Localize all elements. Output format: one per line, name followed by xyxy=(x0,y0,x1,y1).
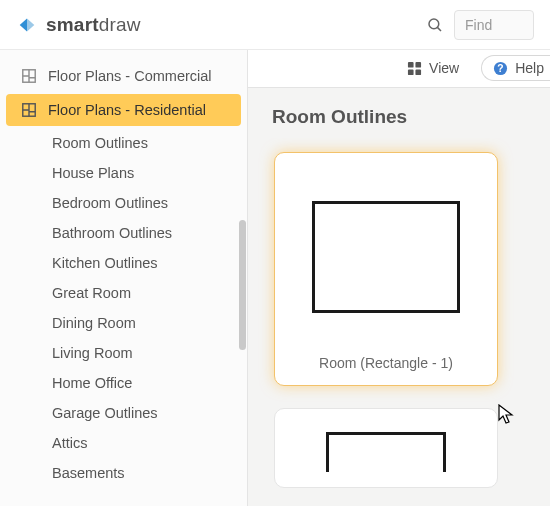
svg-text:?: ? xyxy=(497,63,503,74)
help-label: Help xyxy=(515,60,544,76)
sidebar-item-garage-outlines[interactable]: Garage Outlines xyxy=(0,398,247,428)
grid-icon xyxy=(406,60,422,76)
sidebar: Floor Plans - Commercial Floor Plans - R… xyxy=(0,50,248,506)
sidebar-item-home-office[interactable]: Home Office xyxy=(0,368,247,398)
app-header: smartdraw xyxy=(0,0,550,50)
sidebar-item-bathroom-outlines[interactable]: Bathroom Outlines xyxy=(0,218,247,248)
sidebar-item-attics[interactable]: Attics xyxy=(0,428,247,458)
page-title: Room Outlines xyxy=(248,88,550,138)
svg-rect-8 xyxy=(408,69,414,75)
view-label: View xyxy=(429,60,459,76)
svg-marker-0 xyxy=(20,18,27,31)
search-input[interactable] xyxy=(454,10,534,40)
sidebar-item-room-outlines[interactable]: Room Outlines xyxy=(0,128,247,158)
svg-rect-7 xyxy=(415,62,421,68)
sidebar-category-commercial[interactable]: Floor Plans - Commercial xyxy=(0,60,247,92)
sidebar-item-kitchen-outlines[interactable]: Kitchen Outlines xyxy=(0,248,247,278)
logo-text-light: draw xyxy=(99,14,141,35)
sidebar-item-basements[interactable]: Basements xyxy=(0,458,247,488)
svg-marker-1 xyxy=(27,18,34,31)
rectangle-shape-icon xyxy=(326,432,446,472)
sidebar-item-great-room[interactable]: Great Room xyxy=(0,278,247,308)
logo-icon xyxy=(16,14,38,36)
help-icon: ? xyxy=(492,60,508,76)
search xyxy=(426,10,534,40)
template-thumb xyxy=(289,427,483,477)
svg-rect-9 xyxy=(415,69,421,75)
sidebar-category-label: Floor Plans - Residential xyxy=(48,102,206,118)
main-toolbar: View ? Help xyxy=(248,50,550,88)
floorplan-icon xyxy=(20,67,38,85)
main-pane: View ? Help Room Outlines Room (Rectangl… xyxy=(248,50,550,506)
sidebar-item-bedroom-outlines[interactable]: Bedroom Outlines xyxy=(0,188,247,218)
template-card[interactable] xyxy=(274,408,498,488)
logo-text-bold: smart xyxy=(46,14,99,35)
floorplan-icon xyxy=(20,101,38,119)
template-gallery: Room (Rectangle - 1) xyxy=(248,138,550,506)
search-icon[interactable] xyxy=(426,16,444,34)
rectangle-shape-icon xyxy=(312,201,460,313)
sidebar-category-label: Floor Plans - Commercial xyxy=(48,68,212,84)
help-button[interactable]: ? Help xyxy=(481,55,550,81)
template-card[interactable]: Room (Rectangle - 1) xyxy=(274,152,498,386)
svg-rect-6 xyxy=(408,62,414,68)
template-thumb xyxy=(289,167,483,347)
sidebar-item-living-room[interactable]: Living Room xyxy=(0,338,247,368)
template-card-label: Room (Rectangle - 1) xyxy=(319,347,453,375)
svg-line-3 xyxy=(437,27,441,31)
sidebar-category-residential[interactable]: Floor Plans - Residential xyxy=(6,94,241,126)
view-button[interactable]: View xyxy=(398,56,467,80)
svg-point-2 xyxy=(429,19,439,29)
logo-text: smartdraw xyxy=(46,14,141,36)
scrollbar-thumb[interactable] xyxy=(239,220,246,350)
sidebar-item-house-plans[interactable]: House Plans xyxy=(0,158,247,188)
sidebar-item-dining-room[interactable]: Dining Room xyxy=(0,308,247,338)
